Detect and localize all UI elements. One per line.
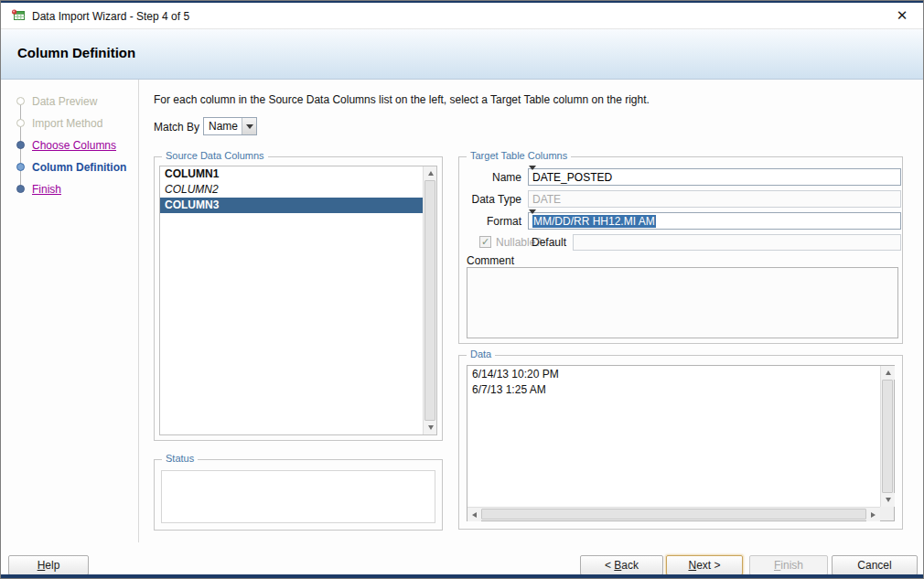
format-value: MM/DD/RR HH12.MI AM (532, 214, 884, 230)
step-node-icon (16, 163, 25, 171)
nullable-checkbox[interactable]: ✓ (479, 236, 491, 248)
default-label: Default (532, 236, 566, 249)
step-node-icon (16, 97, 25, 105)
scroll-down-icon[interactable] (881, 493, 895, 507)
step-column-definition[interactable]: Column Definition (32, 161, 126, 174)
scrollbar-thumb[interactable] (481, 509, 866, 520)
import-wizard-icon (11, 8, 26, 23)
data-type-value: DATE (532, 192, 884, 208)
step-import-method: Import Method (32, 117, 102, 130)
data-import-wizard-window: Data Import Wizard - Step 4 of 5 ✕ Colum… (0, 0, 924, 579)
name-value: DATE_POSTED (532, 170, 884, 186)
step-node-icon (16, 119, 25, 127)
wizard-header: Column Definition (1, 29, 923, 80)
data-vertical-scrollbar[interactable] (880, 366, 894, 507)
close-icon[interactable]: ✕ (893, 7, 911, 24)
cancel-button[interactable]: Cancel (832, 555, 918, 575)
scrollbar-thumb[interactable] (424, 180, 435, 421)
scroll-up-icon[interactable] (424, 166, 437, 180)
data-row[interactable]: 6/14/13 10:20 PM (467, 367, 879, 382)
scroll-left-icon[interactable] (467, 508, 481, 521)
help-button[interactable]: Help (8, 555, 89, 575)
scroll-up-icon[interactable] (881, 366, 895, 380)
format-label: Format (459, 215, 521, 228)
step-data-preview: Data Preview (32, 95, 97, 108)
window-title: Data Import Wizard - Step 4 of 5 (32, 10, 189, 23)
scrollbar-corner (880, 507, 894, 520)
scroll-down-icon[interactable] (424, 421, 437, 434)
source-data-columns-group: Source Data Columns COLUMN1 COLUMN2 COLU… (154, 156, 443, 441)
data-horizontal-scrollbar[interactable] (467, 507, 880, 520)
match-by-label: Match By (154, 121, 199, 134)
comment-text-area[interactable] (467, 267, 898, 338)
comment-label: Comment (467, 254, 514, 267)
checkmark-icon: ✓ (481, 236, 489, 247)
scroll-right-icon[interactable] (866, 508, 880, 521)
source-list-scrollbar[interactable] (423, 166, 436, 434)
data-type-field: DATE (528, 190, 901, 208)
format-dropdown[interactable]: MM/DD/RR HH12.MI AM (528, 212, 901, 230)
step-choose-columns[interactable]: Choose Columns (32, 139, 116, 152)
wizard-steps-sidebar: Data Preview Import Method Choose Column… (1, 80, 139, 542)
list-item-column1[interactable]: COLUMN1 (160, 166, 436, 182)
default-field (573, 234, 901, 251)
page-title: Column Definition (17, 45, 135, 60)
data-group-title: Data (467, 348, 495, 359)
back-button[interactable]: < Back (580, 555, 663, 575)
step-finish[interactable]: Finish (32, 183, 61, 196)
source-group-title: Source Data Columns (162, 150, 268, 161)
list-item-column3-selected[interactable]: COLUMN3 (160, 198, 436, 213)
status-group-title: Status (162, 453, 198, 464)
status-group: Status (154, 459, 443, 531)
match-by-dropdown[interactable]: Name (203, 117, 257, 135)
instruction-text: For each column in the Source Data Colum… (154, 93, 650, 106)
data-type-label: Data Type (459, 193, 521, 206)
name-label: Name (459, 171, 521, 184)
name-dropdown[interactable]: DATE_POSTED (528, 168, 901, 186)
scrollbar-thumb[interactable] (882, 380, 893, 493)
list-item-column2[interactable]: COLUMN2 (160, 182, 436, 198)
target-table-columns-group: Target Table Columns Name DATE_POSTED Da… (458, 156, 903, 344)
match-by-value: Name (209, 120, 240, 133)
finish-button: Finish (749, 555, 828, 575)
data-preview-group: Data 6/14/13 10:20 PM 6/7/13 1:25 AM (458, 355, 903, 530)
status-text-area (161, 470, 435, 523)
data-row[interactable]: 6/7/13 1:25 AM (467, 382, 879, 398)
data-preview-list[interactable]: 6/14/13 10:20 PM 6/7/13 1:25 AM (467, 365, 895, 521)
step-node-icon (16, 185, 25, 193)
target-group-title: Target Table Columns (467, 150, 571, 161)
titlebar[interactable]: Data Import Wizard - Step 4 of 5 ✕ (1, 3, 923, 29)
window-bottom-border (1, 574, 923, 578)
step-node-icon (16, 141, 25, 149)
next-button[interactable]: Next > (666, 555, 743, 575)
chevron-down-icon[interactable] (242, 118, 256, 134)
source-columns-list[interactable]: COLUMN1 COLUMN2 COLUMN3 (159, 166, 437, 435)
